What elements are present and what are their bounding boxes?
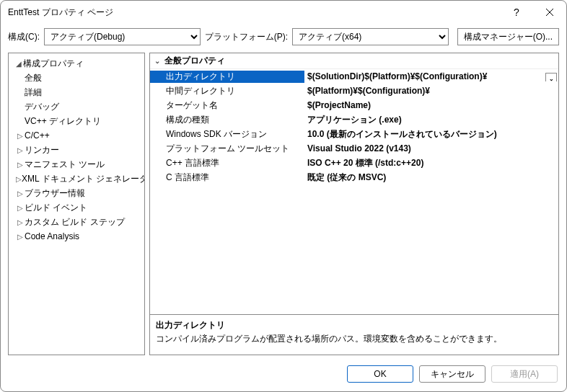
property-value[interactable]: 既定 (従来の MSVC)	[304, 172, 558, 184]
group-header[interactable]: ⌄ 全般プロパティ	[150, 53, 558, 69]
property-label: 出力ディレクトリ	[150, 71, 304, 83]
expand-icon[interactable]: ▷	[16, 190, 25, 197]
close-icon	[546, 9, 553, 16]
sidebar-item-label: Code Analysis	[25, 231, 79, 241]
sidebar-item-label: リンカー	[25, 144, 59, 156]
sidebar-item[interactable]: ▷カスタム ビルド ステップ	[9, 215, 144, 229]
property-value[interactable]: $(Platform)¥$(Configuration)¥	[304, 86, 558, 96]
sidebar-item-label: C/C++	[25, 130, 50, 141]
property-row[interactable]: 構成の種類アプリケーション (.exe)	[150, 112, 558, 127]
sidebar-item[interactable]: ▷ブラウザー情報	[9, 186, 144, 200]
property-label: 構成の種類	[150, 114, 304, 126]
property-row[interactable]: プラットフォーム ツールセットVisual Studio 2022 (v143)	[150, 141, 558, 156]
sidebar-item-label: 詳細	[25, 86, 42, 99]
sidebar-item[interactable]: デバッグ	[9, 99, 144, 114]
sidebar-item-label: ブラウザー情報	[25, 187, 85, 200]
expand-icon[interactable]: ▷	[16, 233, 25, 241]
tree-root-label: 構成プロパティ	[23, 58, 84, 70]
sidebar-item[interactable]: 詳細	[9, 85, 144, 99]
expand-icon[interactable]: ▷	[16, 204, 25, 212]
sidebar-item-label: マニフェスト ツール	[25, 159, 105, 171]
close-button[interactable]	[533, 1, 566, 24]
property-value[interactable]: ISO C++ 20 標準 (/std:c++20)	[304, 157, 558, 169]
sidebar-item[interactable]: 全般	[9, 71, 144, 85]
sidebar-item-label: VC++ ディレクトリ	[25, 115, 101, 128]
toolbar: 構成(C): アクティブ(Debug) プラットフォーム(P): アクティブ(x…	[1, 24, 566, 53]
expand-icon[interactable]: ▷	[16, 218, 25, 226]
sidebar-item-label: 全般	[25, 72, 42, 84]
property-value[interactable]: $(ProjectName)	[304, 100, 558, 110]
ok-button[interactable]: OK	[347, 365, 413, 383]
expand-icon[interactable]: ▷	[16, 161, 25, 169]
property-row[interactable]: C 言語標準既定 (従来の MSVC)	[150, 170, 558, 184]
property-label: ターゲット名	[150, 99, 304, 112]
property-value[interactable]: 10.0 (最新のインストールされているバージョン)	[304, 128, 558, 141]
config-label: 構成(C):	[8, 31, 40, 43]
group-collapse-icon[interactable]: ⌄	[154, 57, 164, 65]
property-row[interactable]: C++ 言語標準ISO C++ 20 標準 (/std:c++20)	[150, 156, 558, 170]
cancel-button[interactable]: キャンセル	[419, 365, 485, 383]
description-text: コンパイル済みプログラムが配置される場所のパス。環境変数を含めることができます。	[156, 333, 553, 345]
sidebar-item[interactable]: ▷マニフェスト ツール	[9, 157, 144, 172]
window-title: EnttTest プロパティ ページ	[8, 6, 500, 19]
platform-label: プラットフォーム(P):	[205, 31, 288, 43]
expand-icon[interactable]: ▷	[16, 175, 22, 183]
collapse-icon[interactable]: ◢	[14, 60, 23, 68]
property-panel: ⌄ 全般プロパティ 出力ディレクトリ$(SolutionDir)$(Platfo…	[149, 53, 559, 355]
sidebar-item-label: デバッグ	[25, 101, 59, 113]
tree-root[interactable]: ◢ 構成プロパティ	[9, 56, 144, 71]
sidebar-item[interactable]: ▷ビルド イベント	[9, 200, 144, 215]
platform-select[interactable]: アクティブ(x64)	[292, 28, 449, 45]
expand-icon[interactable]: ▷	[16, 132, 25, 140]
property-value[interactable]: Visual Studio 2022 (v143)	[304, 143, 558, 153]
sidebar-item-label: XML ドキュメント ジェネレーター	[22, 173, 145, 185]
property-value[interactable]: アプリケーション (.exe)	[304, 114, 558, 126]
property-label: C++ 言語標準	[150, 157, 304, 169]
property-grid[interactable]: 出力ディレクトリ$(SolutionDir)$(Platform)¥$(Conf…	[150, 69, 558, 314]
apply-button[interactable]: 適用(A)	[491, 365, 558, 383]
sidebar[interactable]: ◢ 構成プロパティ 全般詳細デバッグVC++ ディレクトリ▷C/C++▷リンカー…	[8, 53, 145, 355]
property-row[interactable]: ターゲット名$(ProjectName)	[150, 98, 558, 112]
sidebar-item[interactable]: ▷Code Analysis	[9, 229, 144, 244]
footer: OK キャンセル 適用(A)	[1, 360, 566, 391]
property-row[interactable]: 出力ディレクトリ$(SolutionDir)$(Platform)¥$(Conf…	[150, 69, 558, 84]
sidebar-item[interactable]: VC++ ディレクトリ	[9, 114, 144, 128]
expand-icon[interactable]: ▷	[16, 146, 25, 154]
property-label: プラットフォーム ツールセット	[150, 143, 304, 155]
sidebar-item-label: ビルド イベント	[25, 202, 87, 214]
description-panel: 出力ディレクトリ コンパイル済みプログラムが配置される場所のパス。環境変数を含め…	[150, 314, 558, 355]
sidebar-item[interactable]: ▷XML ドキュメント ジェネレーター	[9, 172, 144, 186]
property-label: 中間ディレクトリ	[150, 85, 304, 97]
config-select[interactable]: アクティブ(Debug)	[44, 28, 201, 45]
description-title: 出力ディレクトリ	[156, 319, 553, 331]
sidebar-item[interactable]: ▷リンカー	[9, 143, 144, 157]
config-manager-button[interactable]: 構成マネージャー(O)...	[457, 28, 559, 45]
sidebar-item[interactable]: ▷C/C++	[9, 128, 144, 143]
property-label: C 言語標準	[150, 172, 304, 184]
help-button[interactable]: ?	[500, 1, 533, 24]
property-row[interactable]: 中間ディレクトリ$(Platform)¥$(Configuration)¥	[150, 84, 558, 98]
group-title: 全般プロパティ	[164, 55, 225, 67]
titlebar: EnttTest プロパティ ページ ?	[1, 1, 566, 24]
property-label: Windows SDK バージョン	[150, 128, 304, 141]
sidebar-item-label: カスタム ビルド ステップ	[25, 216, 125, 228]
property-row[interactable]: Windows SDK バージョン10.0 (最新のインストールされているバージ…	[150, 127, 558, 141]
chevron-down-icon[interactable]: ⌄	[545, 73, 557, 81]
property-value[interactable]: $(SolutionDir)$(Platform)¥$(Configuratio…	[304, 71, 558, 81]
